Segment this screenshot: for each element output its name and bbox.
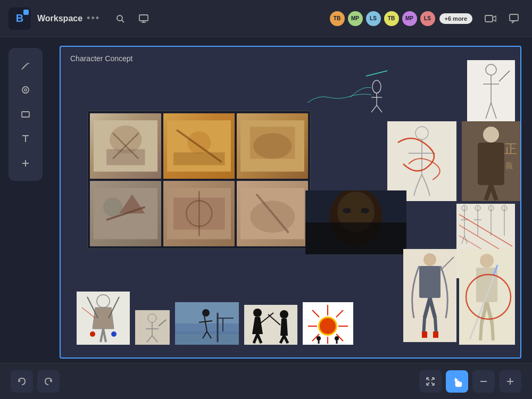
video-icon bbox=[485, 14, 496, 23]
add-tool-button[interactable] bbox=[14, 152, 37, 174]
video-card: IFC bbox=[305, 190, 406, 254]
svg-text:義: 義 bbox=[505, 162, 513, 170]
svg-rect-2 bbox=[139, 15, 148, 21]
whiteboard-canvas[interactable]: Character Concept bbox=[60, 46, 521, 359]
svg-rect-41 bbox=[302, 65, 409, 113]
svg-line-105 bbox=[480, 323, 481, 340]
bottom-img-5 bbox=[303, 302, 353, 345]
sketch-area bbox=[302, 65, 409, 113]
samurai-art-1-svg bbox=[94, 117, 158, 176]
svg-line-106 bbox=[492, 323, 493, 340]
header: B Workspace ••• TB MP LS TB MP LS +6 mor… bbox=[0, 0, 532, 37]
chat-icon bbox=[509, 13, 519, 24]
undo-button[interactable] bbox=[11, 370, 33, 393]
svg-marker-164 bbox=[19, 379, 21, 383]
video-button[interactable] bbox=[481, 9, 500, 28]
pen-icon bbox=[20, 60, 31, 71]
bottom-img-3 bbox=[175, 302, 239, 345]
fit-view-button[interactable] bbox=[419, 370, 442, 393]
board-title: Character Concept bbox=[70, 54, 133, 63]
japanese-art-grid bbox=[87, 111, 311, 249]
samurai-art-5-svg bbox=[167, 184, 231, 243]
zoom-in-icon bbox=[505, 376, 516, 387]
bottom-img-2 bbox=[135, 310, 170, 345]
add-icon bbox=[20, 158, 31, 169]
svg-rect-98 bbox=[422, 331, 427, 338]
fit-view-icon bbox=[425, 376, 436, 387]
redo-icon bbox=[43, 376, 54, 387]
zoom-out-icon bbox=[478, 376, 489, 387]
svg-point-131 bbox=[202, 309, 210, 317]
undo-redo-group bbox=[11, 370, 60, 393]
workspace-more-button[interactable]: ••• bbox=[87, 13, 100, 24]
ref-red-swirl-svg bbox=[387, 121, 456, 201]
warrior-figure-2-svg bbox=[459, 249, 515, 345]
svg-point-91 bbox=[423, 253, 436, 266]
bottom-image-row bbox=[77, 292, 353, 345]
svg-text:正: 正 bbox=[504, 142, 517, 156]
left-toolbar bbox=[9, 48, 43, 181]
svg-rect-89 bbox=[305, 222, 406, 254]
more-collaborators-badge[interactable]: +6 more bbox=[439, 13, 473, 24]
lasso-icon bbox=[20, 85, 31, 95]
svg-rect-5 bbox=[485, 15, 493, 22]
samurai-art-3-svg bbox=[240, 117, 305, 176]
app-logo: B bbox=[9, 7, 31, 30]
chat-button[interactable] bbox=[504, 9, 523, 28]
svg-point-139 bbox=[253, 309, 262, 317]
hand-tool-button[interactable] bbox=[446, 370, 468, 393]
samurai-art-4 bbox=[90, 181, 161, 246]
svg-point-101 bbox=[480, 254, 494, 268]
hand-icon bbox=[451, 376, 463, 387]
zoom-in-button[interactable] bbox=[499, 370, 521, 393]
avatar-ls2: LS bbox=[419, 10, 436, 27]
bottom-img-1 bbox=[77, 292, 130, 345]
bottom-img-4 bbox=[244, 305, 297, 345]
collaborators-group: TB MP LS TB MP LS +6 more bbox=[329, 10, 473, 27]
svg-rect-61 bbox=[478, 143, 504, 185]
svg-marker-6 bbox=[493, 16, 496, 21]
bottom-toolbar bbox=[0, 363, 532, 399]
svg-point-31 bbox=[103, 197, 122, 217]
svg-rect-13 bbox=[22, 112, 29, 117]
character-sketch-1 bbox=[467, 60, 515, 129]
svg-point-11 bbox=[22, 87, 29, 93]
bottom-img-1-svg bbox=[77, 292, 130, 345]
samurai-art-6 bbox=[237, 181, 308, 246]
svg-point-160 bbox=[317, 336, 321, 340]
svg-point-39 bbox=[250, 201, 295, 232]
svg-point-29 bbox=[253, 133, 292, 159]
lasso-tool-button[interactable] bbox=[14, 79, 37, 101]
character-ref-dark-warrior: 正 義 bbox=[462, 121, 520, 201]
svg-point-118 bbox=[111, 331, 117, 337]
svg-marker-145 bbox=[280, 319, 288, 336]
character-ref-red-swirl bbox=[387, 121, 456, 201]
svg-point-12 bbox=[24, 89, 27, 91]
avatar-mp2: MP bbox=[401, 10, 418, 27]
rectangle-tool-button[interactable] bbox=[14, 103, 37, 126]
search-button[interactable] bbox=[111, 9, 130, 28]
samurai-art-2 bbox=[163, 113, 235, 179]
svg-rect-7 bbox=[510, 14, 518, 21]
samurai-art-6-svg bbox=[240, 184, 305, 243]
redo-button[interactable] bbox=[37, 370, 60, 393]
svg-line-1 bbox=[122, 20, 124, 22]
svg-point-144 bbox=[280, 310, 288, 319]
warrior-figure-1-svg bbox=[403, 249, 456, 342]
zoom-out-button[interactable] bbox=[472, 370, 495, 393]
avatar-tb2: TB bbox=[383, 10, 400, 27]
samurai-art-4-svg bbox=[94, 184, 158, 243]
present-icon bbox=[138, 14, 149, 23]
bottom-img-5-svg bbox=[303, 302, 353, 345]
sketch-svg bbox=[302, 65, 409, 113]
svg-point-60 bbox=[483, 127, 499, 143]
svg-point-159 bbox=[320, 318, 336, 334]
warrior-figure-1 bbox=[403, 249, 456, 342]
svg-marker-112 bbox=[93, 307, 114, 329]
present-button[interactable] bbox=[134, 9, 153, 28]
pen-tool-button[interactable] bbox=[14, 54, 37, 77]
text-tool-button[interactable] bbox=[14, 128, 37, 150]
samurai-art-3 bbox=[237, 113, 308, 179]
svg-rect-138 bbox=[244, 305, 297, 345]
svg-point-0 bbox=[117, 15, 122, 21]
